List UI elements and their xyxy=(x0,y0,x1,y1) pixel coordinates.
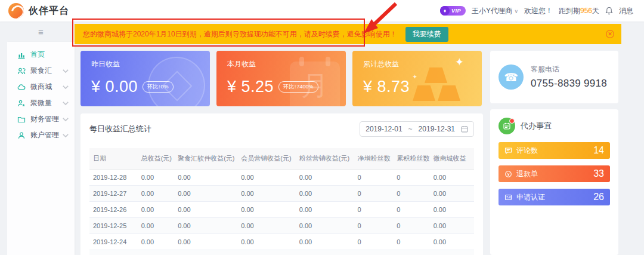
banner-text: 您的微商城将于2020年1月10日到期，逾期后则导致提现功能不可用，请及时续费，… xyxy=(83,29,397,39)
todo-calendar-icon xyxy=(499,118,515,134)
folder-icon xyxy=(17,115,26,124)
table-cell: 0 xyxy=(393,250,430,255)
card-title: 累计总收益 xyxy=(363,59,482,69)
table-cell: 0.00 xyxy=(430,170,474,186)
refund-icon xyxy=(504,170,512,178)
date-range-picker[interactable]: 2019-12-01 ~ 2019-12-31 xyxy=(360,121,474,137)
table-cell: 0.00 xyxy=(174,186,237,202)
table-cell: 0.00 xyxy=(430,234,474,250)
sidebar-item-jushihui[interactable]: 聚食汇 xyxy=(7,63,75,79)
close-icon[interactable]: ✕ xyxy=(606,30,614,38)
sidebar-item-weishangcheng[interactable]: 微商城 xyxy=(7,79,75,95)
sidebar-item-label: 首页 xyxy=(30,50,70,60)
table-cell: 2019-12-26 xyxy=(89,202,138,218)
todo-item-label: 退款单 xyxy=(516,169,593,179)
table-row[interactable]: 2019-12-240.000.000.000.00000.00 xyxy=(89,234,474,250)
sidebar-item-home[interactable]: 首页 xyxy=(7,47,75,63)
earnings-table-body: 2019-12-280.000.000.000.00000.002019-12-… xyxy=(89,170,474,255)
table-cell: 0.00 xyxy=(138,218,175,234)
phone-glyph: ☎ xyxy=(504,70,518,84)
calendar-char: 月 xyxy=(290,67,340,105)
table-cell: 0.00 xyxy=(430,202,474,218)
expiry-warning-banner: 您的微商城将于2020年1月10日到期，逾期后则导致提现功能不可用，请及时续费，… xyxy=(75,24,621,44)
table-cell: 0.00 xyxy=(237,218,296,234)
table-cell: 0 xyxy=(354,234,393,250)
todo-item-refunds[interactable]: 退款单 33 xyxy=(499,165,610,182)
people-icon xyxy=(17,67,26,75)
date-start: 2019-12-01 xyxy=(366,125,402,133)
brand[interactable]: 伙伴平台 xyxy=(8,3,69,19)
todo-title: 代办事宜 xyxy=(521,121,552,131)
table-cell: 0.00 xyxy=(237,234,296,250)
sidebar-item-label: 聚食汇 xyxy=(30,66,61,76)
sidebar-item-label: 聚微量 xyxy=(30,98,61,108)
comment-icon xyxy=(504,147,512,155)
table-row[interactable]: 2019-12-280.000.000.000.00000.00 xyxy=(89,170,474,186)
month-earnings-card[interactable]: 月 本月收益 ¥ 5.25 环比↑7400% xyxy=(216,51,346,106)
renew-button[interactable]: 我要续费 xyxy=(405,27,448,42)
table-cell: 0 xyxy=(393,218,430,234)
table-cell: 2019-12-27 xyxy=(89,186,138,202)
table-cell: 0.00 xyxy=(296,202,354,218)
gold-ingot-icon xyxy=(425,67,447,83)
date-separator: ~ xyxy=(408,125,413,133)
table-cell: 0 xyxy=(354,202,393,218)
table-cell: 0.00 xyxy=(138,250,175,255)
table-cell: 0.00 xyxy=(138,234,175,250)
table-row[interactable]: 2019-12-260.000.000.000.00000.00 xyxy=(89,202,474,218)
user-area: ♦ VIP 王小Y代理商 ∨ 欢迎您！ 距到期956天 消息 xyxy=(440,6,633,16)
todo-item-label: 申请认证 xyxy=(516,192,593,202)
table-cell: 0 xyxy=(354,218,393,234)
date-end: 2019-12-31 xyxy=(419,125,455,133)
stat-cards-row: 昨日收益 ¥ 0.00 环比↑0% 月 本月收益 ¥ 5.25 环比↑7400%… xyxy=(80,51,483,106)
total-earnings-card[interactable]: 累计总收益 ¥ 8.73 ✦ ✦ xyxy=(352,51,482,106)
table-row[interactable]: 2019-12-230.000.000.000.00000.00 xyxy=(89,250,474,255)
table-cell: 0 xyxy=(354,170,393,186)
vip-badge: ♦ VIP xyxy=(440,6,466,16)
table-cell: 0.00 xyxy=(430,218,474,234)
daily-earnings-panel: 每日收益汇总统计 2019-12-01 ~ 2019-12-31 日期总收益(元… xyxy=(80,113,483,255)
todo-panel: 代办事宜 评论数 14 退款单 33 xyxy=(490,109,618,255)
top-header: 伙伴平台 ♦ VIP 王小Y代理商 ∨ 欢迎您！ 距到期956天 消息 xyxy=(0,0,644,21)
table-cell: 0 xyxy=(354,250,393,255)
earnings-table: 日期总收益(元)聚食汇软件收益(元)会员营销收益(元)粉丝营销收益(元)净增粉丝… xyxy=(89,148,474,255)
table-cell: 0.00 xyxy=(138,186,175,202)
table-column-header: 净增粉丝数 xyxy=(354,148,393,170)
welcome-text: 欢迎您！ xyxy=(524,6,553,16)
table-cell: 2019-12-23 xyxy=(89,250,138,255)
yesterday-earnings-card[interactable]: 昨日收益 ¥ 0.00 环比↑0% xyxy=(80,51,210,106)
table-column-header: 累积粉丝数 xyxy=(393,148,430,170)
sidebar-item-account[interactable]: 账户管理 xyxy=(7,127,75,143)
sidebar-item-label: 财务管理 xyxy=(30,114,61,124)
table-row[interactable]: 2019-12-250.000.000.000.00000.00 xyxy=(89,218,474,234)
table-cell: 0.00 xyxy=(237,170,296,186)
table-column-header: 微商城收益 xyxy=(430,148,474,170)
table-row[interactable]: 2019-12-270.000.000.000.00000.00 xyxy=(89,186,474,202)
chevron-down-icon: ∨ xyxy=(514,8,518,14)
cloud-icon xyxy=(17,83,26,91)
table-cell: 2019-12-25 xyxy=(89,218,138,234)
table-cell: 0 xyxy=(393,202,430,218)
table-cell: 0.00 xyxy=(174,250,237,255)
card-title: 本月收益 xyxy=(227,59,346,69)
person-star-icon xyxy=(17,99,26,107)
sidebar-collapse-button[interactable]: ≡ xyxy=(7,21,75,42)
phone-icon: ☎ xyxy=(499,64,524,90)
table-cell: 0.00 xyxy=(296,186,354,202)
expiry-suffix: 天 xyxy=(592,7,599,15)
todo-item-comments[interactable]: 评论数 14 xyxy=(499,142,610,159)
table-column-header: 粉丝营销收益(元) xyxy=(296,148,354,170)
table-cell: 0.00 xyxy=(237,250,296,255)
username-dropdown[interactable]: 王小Y代理商 ∨ xyxy=(472,6,518,16)
table-column-header: 聚食汇软件收益(元) xyxy=(174,148,237,170)
hamburger-icon: ≡ xyxy=(38,27,44,37)
table-cell: 0.00 xyxy=(296,170,354,186)
messages-link[interactable]: 消息 xyxy=(619,6,633,16)
table-cell: 0.00 xyxy=(174,234,237,250)
sidebar-item-juweiliang[interactable]: 聚微量 xyxy=(7,95,75,111)
vip-label: VIP xyxy=(451,8,461,14)
todo-item-certification[interactable]: 申请认证 26 xyxy=(499,189,610,205)
sidebar-item-finance[interactable]: 财务管理 xyxy=(7,111,75,127)
bell-icon[interactable] xyxy=(605,7,613,15)
chevron-down-icon xyxy=(61,67,70,75)
